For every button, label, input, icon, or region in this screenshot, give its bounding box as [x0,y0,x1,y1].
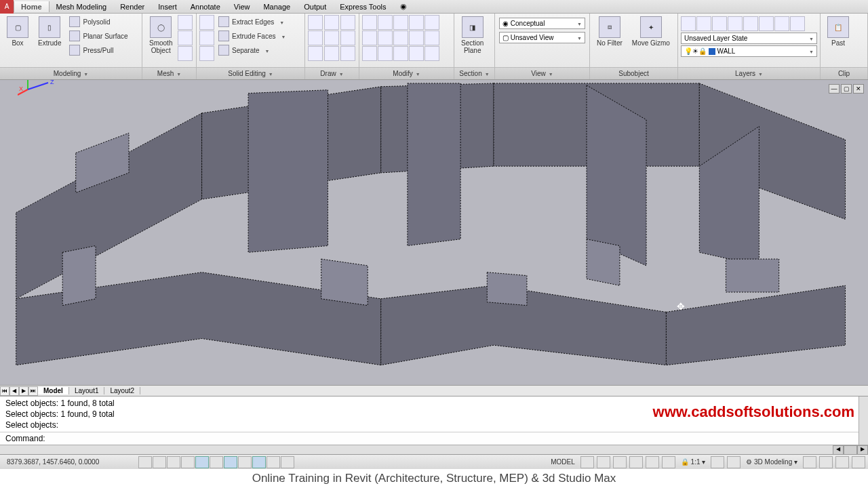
rotate-button[interactable] [378,15,393,30]
panel-title-layers[interactable]: Layers [678,67,820,79]
layer-lock-button[interactable] [712,16,727,31]
press-pull-button[interactable]: Press/Pull [66,43,130,57]
snap-toggle[interactable] [138,456,152,468]
layout-last-button[interactable]: ⏭ [28,386,38,396]
otrack-toggle[interactable] [224,456,237,468]
scale-button[interactable] [378,46,393,61]
grid-toggle[interactable] [153,456,166,468]
scroll-left-button[interactable]: ◀ [833,445,844,455]
circle-button[interactable] [324,30,339,45]
ortho-toggle[interactable] [167,456,180,468]
lwt-toggle[interactable] [267,456,280,468]
isolate-objects-button[interactable] [835,456,849,468]
ducs-toggle[interactable] [238,456,252,468]
visual-style-dropdown[interactable]: ◉ Conceptual [499,18,585,29]
tab-home[interactable]: Home [14,1,50,12]
erase-button[interactable] [425,15,439,30]
layer-more-button[interactable] [790,16,805,31]
panel-title-view[interactable]: View [495,67,589,79]
move-button[interactable] [362,15,377,30]
scroll-right-button[interactable]: ▶ [857,445,868,455]
copy-button[interactable] [362,30,377,45]
mesh-btn-3[interactable] [178,46,193,61]
panel-title-modify[interactable]: Modify [359,67,454,79]
smooth-object-button[interactable]: ◯ Smooth Object [145,15,176,56]
layer-match-button[interactable] [759,16,774,31]
subtract-button[interactable] [199,30,214,45]
panel-title-mesh[interactable]: Mesh [142,67,196,79]
layer-props-button[interactable] [681,16,696,31]
tab-render[interactable]: Render [113,1,151,12]
layer-off-button[interactable] [728,16,743,31]
mesh-btn-1[interactable] [178,15,193,30]
panel-title-solid-editing[interactable]: Solid Editing [197,67,304,79]
separate-button[interactable]: Separate [216,43,288,57]
planar-surface-button[interactable]: Planar Surface [66,29,130,43]
explode-button[interactable] [425,30,439,45]
command-scrollbar-h[interactable]: ◀ ▶ [0,445,868,454]
spline-button[interactable] [340,15,355,30]
viewport-3d[interactable]: — ▢ ✕ ✥ Y Z X [0,80,868,385]
point-button[interactable] [340,30,355,45]
quick-view-layouts-button[interactable] [580,456,594,468]
annotation-autoscale-button[interactable] [727,456,741,468]
panel-title-modeling[interactable]: Modeling [0,67,142,79]
workspace-switching[interactable]: ⚙ 3D Modeling ▾ [743,458,800,466]
annotation-scale-label[interactable]: 🔒 1:1 ▾ [678,458,708,466]
hardware-accel-button[interactable] [819,456,833,468]
layout-tab-layout2[interactable]: Layout2 [104,387,140,394]
polysolid-button[interactable]: Polysolid [66,15,130,28]
pan-button[interactable] [613,456,627,468]
polar-toggle[interactable] [181,456,195,468]
saved-view-dropdown[interactable]: ▢ Unsaved View [499,32,585,43]
dyn-toggle[interactable] [252,456,266,468]
layout-tab-layout1[interactable]: Layout1 [69,387,105,394]
trim-button[interactable] [393,15,408,30]
hatch-button[interactable] [340,46,355,61]
chamfer-button[interactable] [409,30,424,45]
stretch-button[interactable] [362,46,377,61]
panel-title-section[interactable]: Section [454,67,494,79]
offset-button[interactable] [409,46,424,61]
layout-prev-button[interactable]: ◀ [9,386,19,396]
command-scrollbar-v[interactable] [859,396,868,445]
command-input-row[interactable]: Command: [0,432,868,445]
tab-output[interactable]: Output [297,1,333,12]
extend-button[interactable] [409,15,424,30]
tab-view[interactable]: View [227,1,257,12]
app-icon[interactable]: A [0,0,14,14]
3dosnap-toggle[interactable] [210,456,223,468]
tab-mesh-modeling[interactable]: Mesh Modeling [50,1,114,12]
ellipse-button[interactable] [324,46,339,61]
tab-annotate[interactable]: Annotate [184,1,227,12]
fillet-button[interactable] [393,30,408,45]
box-button[interactable]: ▢ Box [3,15,33,48]
steering-wheel-button[interactable] [646,456,659,468]
panel-title-draw[interactable]: Draw [305,67,359,79]
line-button[interactable] [308,15,323,30]
toolbar-lock-button[interactable] [803,456,816,468]
layer-iso-button[interactable] [743,16,758,31]
layout-next-button[interactable]: ▶ [19,386,28,396]
paste-button[interactable]: 📋 Past [823,15,853,48]
arc-button[interactable] [324,15,339,30]
mirror-button[interactable] [378,30,393,45]
layer-freeze-button[interactable] [696,16,711,31]
mesh-btn-2[interactable] [178,30,193,45]
intersect-button[interactable] [199,46,214,61]
tpy-toggle[interactable] [281,456,294,468]
model-space-label[interactable]: MODEL [548,458,578,466]
extrude-faces-button[interactable]: Extrude Faces [216,29,288,43]
layer-state-dropdown[interactable]: Unsaved Layer State [681,33,817,44]
align-button[interactable] [425,46,439,61]
extract-edges-button[interactable]: Extract Edges [216,15,288,28]
osnap-toggle[interactable] [195,456,209,468]
tab-extra[interactable]: ◉ [393,1,414,12]
extrude-button[interactable]: ▯ Extrude [34,15,65,48]
zoom-button[interactable] [629,456,643,468]
annotation-visibility-button[interactable] [711,456,724,468]
quick-view-drawings-button[interactable] [597,456,610,468]
showmotion-button[interactable] [662,456,675,468]
array-button[interactable] [393,46,408,61]
section-plane-button[interactable]: ◨ Section Plane [457,15,488,56]
